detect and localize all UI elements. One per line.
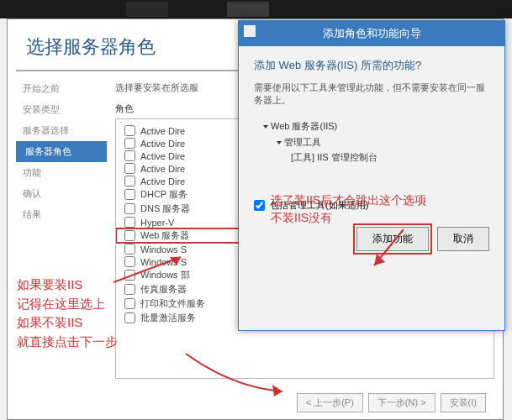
dialog-title-text: 添加角色和功能向导	[323, 27, 421, 39]
role-checkbox-iis[interactable]	[124, 230, 135, 241]
role-checkbox[interactable]	[124, 163, 135, 174]
tree-node: 管理工具	[254, 134, 489, 150]
dialog-buttons: 添加功能 取消	[254, 227, 489, 251]
feature-tree: Web 服务器(IIS) 管理工具 [工具] IIS 管理控制台	[254, 118, 489, 165]
prev-button[interactable]: < 上一步(P)	[297, 393, 363, 412]
dialog-question: 添加 Web 服务器(IIS) 所需的功能?	[254, 58, 489, 73]
role-checkbox[interactable]	[124, 270, 135, 281]
app-icon	[244, 25, 256, 37]
role-checkbox[interactable]	[124, 189, 135, 200]
install-button[interactable]: 安装(I)	[441, 393, 486, 412]
title-bar	[0, 0, 512, 18]
role-checkbox[interactable]	[124, 244, 135, 255]
role-checkbox[interactable]	[124, 176, 135, 186]
role-checkbox[interactable]	[124, 150, 135, 161]
step-server-selection[interactable]: 服务器选择	[16, 120, 107, 141]
step-server-roles[interactable]: 服务器角色	[16, 141, 107, 162]
step-confirm[interactable]: 确认	[16, 183, 107, 204]
expand-icon[interactable]	[277, 141, 282, 144]
role-checkbox[interactable]	[124, 203, 135, 214]
wizard-steps-sidebar: 开始之前 安装类型 服务器选择 服务器角色 功能 确认 结果	[8, 78, 107, 397]
dialog-title-bar: 添加角色和功能向导	[239, 21, 504, 46]
include-tools-checkbox[interactable]	[254, 200, 265, 211]
step-features[interactable]: 功能	[16, 162, 107, 183]
add-features-button[interactable]: 添加功能	[356, 227, 429, 251]
tree-node: Web 服务器(IIS)	[254, 118, 489, 134]
window-tab	[126, 2, 168, 17]
tree-node: [工具] IIS 管理控制台	[254, 150, 489, 165]
role-checkbox[interactable]	[124, 138, 135, 149]
dialog-hint: 需要使用以下工具来管理此功能，但不需要安装在同一服务器上。	[254, 81, 489, 107]
step-install-type[interactable]: 安装类型	[16, 99, 107, 120]
role-checkbox[interactable]	[124, 256, 135, 267]
include-tools-label: 包括管理工具(如果适用)	[270, 199, 368, 212]
add-features-dialog: 添加角色和功能向导 添加 Web 服务器(IIS) 所需的功能? 需要使用以下工…	[238, 20, 505, 331]
role-checkbox[interactable]	[124, 298, 135, 309]
step-results[interactable]: 结果	[16, 204, 107, 225]
window-tab	[227, 2, 269, 17]
role-checkbox[interactable]	[124, 312, 135, 323]
role-checkbox[interactable]	[124, 217, 135, 228]
include-tools-row: 包括管理工具(如果适用)	[254, 199, 489, 212]
role-checkbox[interactable]	[124, 125, 135, 136]
cancel-button[interactable]: 取消	[437, 227, 489, 251]
role-checkbox[interactable]	[124, 284, 135, 295]
step-before-begin[interactable]: 开始之前	[16, 78, 107, 99]
expand-icon[interactable]	[263, 125, 268, 129]
wizard-footer: < 上一步(P) 下一步(N) > 安装(I)	[297, 393, 486, 412]
next-button[interactable]: 下一步(N) >	[368, 393, 435, 412]
